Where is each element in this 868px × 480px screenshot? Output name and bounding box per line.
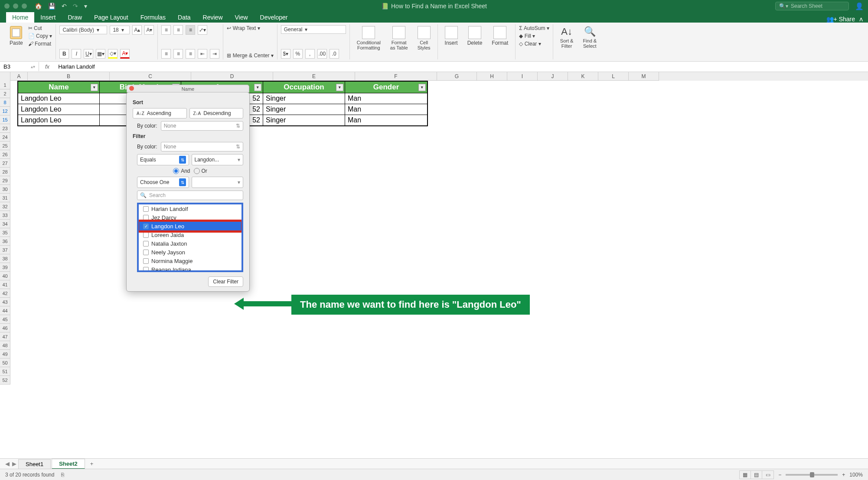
row-header[interactable]: 37 — [0, 246, 10, 254]
format-cells-button[interactable]: Format — [488, 25, 512, 47]
row-header[interactable]: 30 — [0, 185, 10, 194]
cut-button[interactable]: ✂ Cut — [28, 25, 52, 31]
value-select[interactable]: Langdon...▾ — [192, 154, 244, 165]
decrease-font-icon[interactable]: A▾ — [144, 25, 154, 35]
align-middle-icon[interactable]: ≡ — [173, 25, 183, 35]
header-occupation[interactable]: Occupation▾ — [263, 82, 345, 93]
window-controls[interactable] — [4, 3, 27, 9]
row-header[interactable]: 8 — [0, 98, 10, 107]
share-button[interactable]: 👥+ Share — [826, 16, 855, 23]
filter-icon[interactable]: ▾ — [418, 84, 426, 91]
row-header[interactable]: 1 — [0, 81, 10, 89]
row-header[interactable]: 49 — [0, 350, 10, 358]
sort-color-select[interactable]: None⇅ — [161, 121, 243, 131]
align-right-icon[interactable]: ≡ — [186, 49, 195, 59]
page-break-view-icon[interactable]: ▭ — [762, 471, 773, 479]
col-header[interactable]: J — [538, 72, 568, 81]
zoom-dot[interactable] — [22, 3, 27, 9]
font-name-select[interactable]: Calibri (Body)▾ — [59, 26, 107, 34]
row-header[interactable]: 12 — [0, 107, 10, 115]
filter-color-select[interactable]: None⇅ — [161, 142, 243, 151]
row-header[interactable]: 24 — [0, 133, 10, 141]
checkbox-icon[interactable]: ✓ — [143, 224, 149, 229]
add-sheet-button[interactable]: + — [86, 459, 98, 468]
paste-button[interactable]: Paste — [7, 25, 26, 47]
filter-item[interactable]: Neely Jayson — [139, 248, 241, 256]
condition-select[interactable]: Equals⇅ — [137, 154, 189, 165]
row-header[interactable]: 26 — [0, 150, 10, 159]
cell-occupation[interactable]: Singer — [263, 104, 345, 115]
align-top-icon[interactable]: ≡ — [161, 25, 171, 35]
row-header[interactable]: 42 — [0, 289, 10, 298]
col-header[interactable]: B — [28, 72, 110, 81]
percent-button[interactable]: % — [293, 49, 303, 59]
font-color-button[interactable]: A▾ — [120, 49, 130, 59]
save-icon[interactable]: 💾 — [48, 3, 55, 10]
tab-review[interactable]: Review — [197, 12, 229, 23]
col-header[interactable]: L — [598, 72, 629, 81]
filter-item[interactable]: Harlan Landolf — [139, 204, 241, 213]
align-bottom-icon[interactable]: ≡ — [186, 25, 195, 35]
tab-developer[interactable]: Developer — [254, 12, 294, 23]
checkbox-icon[interactable] — [143, 267, 149, 273]
row-header[interactable]: 40 — [0, 272, 10, 280]
cell-name[interactable]: Langdon Leo — [18, 93, 100, 104]
prev-sheet-icon[interactable]: ◀ — [4, 461, 10, 467]
row-header[interactable]: 52 — [0, 376, 10, 385]
or-radio[interactable]: Or — [194, 168, 207, 174]
cell-gender[interactable]: Man — [345, 104, 427, 115]
col-header[interactable]: D — [191, 72, 273, 81]
tab-draw[interactable]: Draw — [62, 12, 88, 23]
col-header[interactable]: H — [477, 72, 507, 81]
col-header[interactable]: E — [273, 72, 355, 81]
filter-item[interactable]: Normina Maggie — [139, 256, 241, 265]
tab-insert[interactable]: Insert — [34, 12, 62, 23]
row-header[interactable]: 15 — [0, 115, 10, 124]
autosum-button[interactable]: Σ AutoSum ▾ — [519, 25, 549, 31]
row-header[interactable]: 46 — [0, 324, 10, 332]
comma-button[interactable]: , — [305, 49, 315, 59]
format-painter-button[interactable]: 🖌 Format — [28, 41, 52, 47]
and-radio[interactable]: And — [173, 168, 190, 174]
col-header[interactable]: M — [629, 72, 659, 81]
row-header[interactable]: 25 — [0, 141, 10, 150]
tab-view[interactable]: View — [229, 12, 254, 23]
row-header[interactable]: 23 — [0, 124, 10, 133]
cell-styles-button[interactable]: Cell Styles — [414, 25, 434, 51]
redo-icon[interactable]: ↷ — [73, 3, 78, 10]
col-header[interactable]: F — [355, 72, 437, 81]
row-header[interactable]: 28 — [0, 168, 10, 176]
header-gender[interactable]: Gender▾ — [345, 82, 427, 93]
filter-item[interactable]: Natalia Jaxton — [139, 239, 241, 248]
fx-icon[interactable]: fx — [39, 63, 55, 70]
align-left-icon[interactable]: ≡ — [161, 49, 171, 59]
tab-home[interactable]: Home — [6, 12, 34, 23]
value2-select[interactable]: ▾ — [192, 177, 244, 188]
row-header[interactable]: 51 — [0, 367, 10, 376]
cell-name[interactable]: Langdon Leo — [18, 115, 100, 125]
fill-color-button[interactable]: ◇▾ — [108, 49, 117, 59]
row-header[interactable]: 31 — [0, 194, 10, 202]
sort-ascending-button[interactable]: A↓ZAscending — [133, 108, 187, 118]
cell-gender[interactable]: Man — [345, 115, 427, 125]
normal-view-icon[interactable]: ▦ — [740, 471, 751, 479]
find-select-button[interactable]: 🔍Find & Select — [579, 25, 600, 49]
close-icon[interactable] — [129, 86, 134, 91]
macro-icon[interactable]: ⎘ — [61, 472, 64, 478]
col-header[interactable]: C — [110, 72, 191, 81]
tab-page-layout[interactable]: Page Layout — [88, 12, 134, 23]
home-icon[interactable]: 🏠 — [35, 3, 42, 10]
checkbox-icon[interactable] — [143, 232, 149, 238]
col-header[interactable]: G — [437, 72, 477, 81]
row-header[interactable]: 48 — [0, 341, 10, 350]
increase-font-icon[interactable]: A▴ — [132, 25, 142, 35]
row-header[interactable]: 41 — [0, 280, 10, 289]
col-header[interactable]: K — [568, 72, 598, 81]
copy-button[interactable]: 📄 Copy ▾ — [28, 33, 52, 39]
filter-icon[interactable]: ▾ — [254, 84, 261, 91]
filter-search-input[interactable]: 🔍Search — [137, 191, 243, 200]
row-header[interactable]: 32 — [0, 202, 10, 211]
row-header[interactable]: 45 — [0, 315, 10, 324]
increase-indent-icon[interactable]: ⇥ — [210, 49, 219, 59]
number-format-select[interactable]: General▾ — [281, 25, 346, 34]
